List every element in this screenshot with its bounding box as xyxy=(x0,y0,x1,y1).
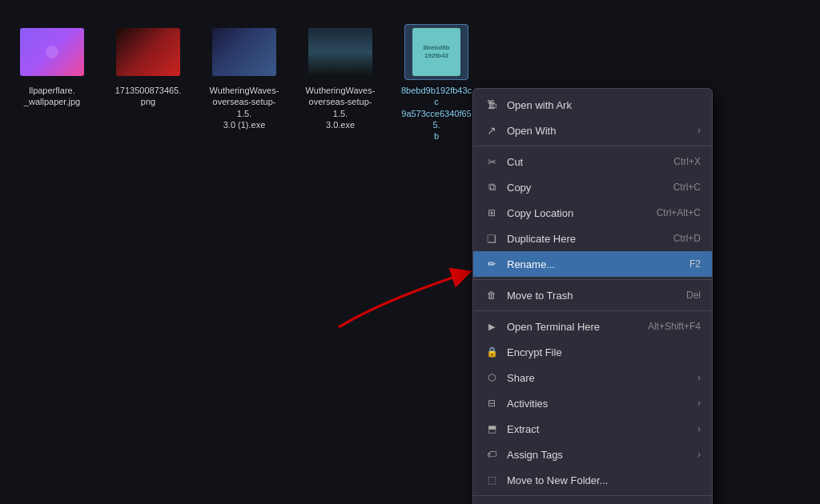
menu-item-move-new-folder[interactable]: Move to New Folder... xyxy=(473,467,712,493)
menu-label: Copy Location xyxy=(507,207,657,219)
submenu-arrow-icon: › xyxy=(697,423,701,434)
menu-item-copy-location[interactable]: Copy Location Ctrl+Alt+C xyxy=(473,200,712,226)
file-label: 8bebd9b192fb43cc9a573cce6340f655.b xyxy=(400,85,472,142)
menu-item-rename[interactable]: Rename... F2 xyxy=(473,251,712,277)
share-icon xyxy=(484,370,499,385)
trash-icon xyxy=(484,288,499,302)
menu-item-activities[interactable]: Activities › xyxy=(473,390,712,416)
shortcut-label: Del xyxy=(686,290,701,301)
rename-icon xyxy=(484,257,499,271)
file-icon: 8bebd9b192fb43 xyxy=(404,24,468,80)
menu-divider xyxy=(473,495,712,496)
menu-label: Rename... xyxy=(507,258,689,270)
file-icon xyxy=(212,24,276,80)
shortcut-label: Ctrl+D xyxy=(673,233,701,244)
file-item[interactable]: llpaperflare. _wallpaper.jpg xyxy=(16,24,88,108)
menu-label: Activities xyxy=(507,398,691,410)
menu-item-open-ark[interactable]: Open with Ark xyxy=(473,92,712,118)
terminal-icon xyxy=(484,319,499,334)
file-item[interactable]: WutheringWaves-overseas-setup-1.5.3.0.ex… xyxy=(304,24,376,130)
shortcut-label: Ctrl+X xyxy=(673,156,701,167)
desktop: llpaperflare. _wallpaper.jpg 17135008734… xyxy=(0,0,820,504)
file-item[interactable]: 1713500873465.png xyxy=(112,24,184,108)
menu-label: Open Terminal Here xyxy=(507,321,648,333)
menu-label: Assign Tags xyxy=(507,449,691,461)
menu-label: Copy xyxy=(507,182,673,194)
menu-item-move-trash[interactable]: Move to Trash Del xyxy=(473,282,712,308)
menu-label: Open with Ark xyxy=(507,99,701,111)
submenu-arrow-icon: › xyxy=(697,372,701,383)
menu-item-extract[interactable]: Extract › xyxy=(473,416,712,442)
file-item[interactable]: WutheringWaves-overseas-setup-1.5.3.0 (1… xyxy=(208,24,280,130)
menu-item-properties[interactable]: Properties Alt+Return xyxy=(473,498,712,504)
file-label: WutheringWaves-overseas-setup-1.5.3.0 (1… xyxy=(208,85,280,130)
extract-icon xyxy=(484,422,499,436)
shortcut-label: Alt+Shift+F4 xyxy=(648,321,701,332)
menu-item-share[interactable]: Share › xyxy=(473,365,712,390)
submenu-arrow-icon: › xyxy=(697,398,701,409)
file-item-selected[interactable]: 8bebd9b192fb43 8bebd9b192fb43cc9a573cce6… xyxy=(400,24,472,142)
file-icon xyxy=(20,24,84,80)
menu-item-open-with[interactable]: Open With › xyxy=(473,118,712,143)
file-icon xyxy=(116,24,180,80)
menu-item-open-terminal[interactable]: Open Terminal Here Alt+Shift+F4 xyxy=(473,314,712,339)
shortcut-label: F2 xyxy=(689,258,701,270)
menu-item-assign-tags[interactable]: Assign Tags › xyxy=(473,442,712,467)
menu-label: Open With xyxy=(507,125,691,137)
file-label: WutheringWaves-overseas-setup-1.5.3.0.ex… xyxy=(304,85,376,130)
menu-label: Move to Trash xyxy=(507,290,686,302)
menu-divider xyxy=(473,146,712,146)
menu-label: Share xyxy=(507,372,691,384)
duplicate-icon xyxy=(484,231,499,246)
shortcut-label: Ctrl+C xyxy=(673,182,701,193)
svg-point-1 xyxy=(46,46,58,58)
menu-divider xyxy=(473,279,712,280)
menu-label: Cut xyxy=(507,156,673,168)
movefolder-icon xyxy=(484,473,499,487)
tags-icon xyxy=(484,447,499,462)
file-label: llpaperflare. _wallpaper.jpg xyxy=(16,85,88,108)
cut-icon xyxy=(484,154,499,169)
submenu-arrow-icon: › xyxy=(697,449,701,460)
menu-label: Encrypt File xyxy=(507,346,701,358)
copylocation-icon xyxy=(484,206,499,220)
menu-item-copy[interactable]: Copy Ctrl+C xyxy=(473,174,712,200)
menu-item-cut[interactable]: Cut Ctrl+X xyxy=(473,149,712,174)
menu-item-duplicate[interactable]: Duplicate Here Ctrl+D xyxy=(473,226,712,251)
file-icon xyxy=(308,24,372,80)
menu-label: Move to New Folder... xyxy=(507,474,701,486)
activities-icon xyxy=(484,396,499,410)
menu-label: Duplicate Here xyxy=(507,233,673,245)
copy-icon xyxy=(484,180,499,194)
submenu-arrow-icon: › xyxy=(697,125,701,136)
encrypt-icon xyxy=(484,345,499,359)
menu-label: Extract xyxy=(507,423,691,435)
openwith-icon xyxy=(484,123,499,138)
menu-item-encrypt[interactable]: Encrypt File xyxy=(473,339,712,365)
arrow-pointer xyxy=(312,256,488,328)
context-menu: Open with Ark Open With › Cut Ctrl+X Cop… xyxy=(472,88,713,504)
menu-divider xyxy=(473,310,712,311)
shortcut-label: Ctrl+Alt+C xyxy=(657,207,701,218)
ark-icon xyxy=(484,98,499,112)
file-label: 1713500873465.png xyxy=(115,85,182,108)
